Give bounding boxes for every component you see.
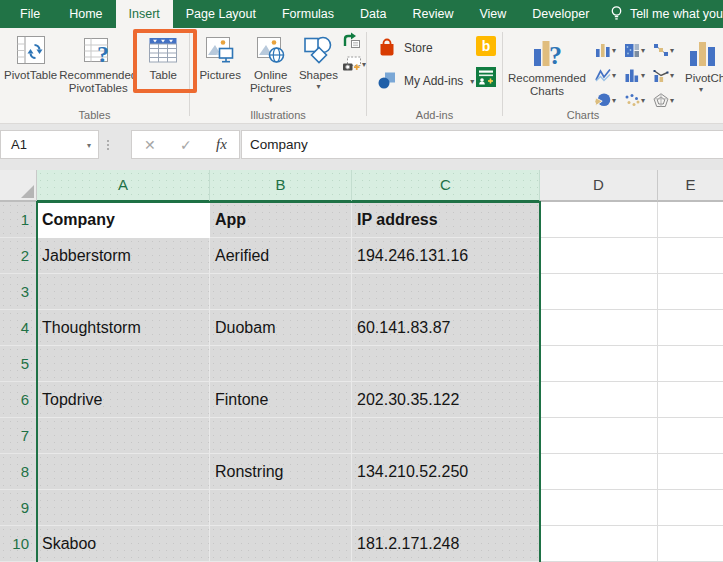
tab-data[interactable]: Data xyxy=(347,0,399,28)
cell-D4[interactable] xyxy=(540,310,658,346)
row-header-6[interactable]: 6 xyxy=(0,382,37,418)
insert-column-chart-button[interactable]: ▾ xyxy=(595,38,624,62)
cell-D10[interactable] xyxy=(540,526,658,562)
pivottable-button[interactable]: PivotTable xyxy=(2,28,59,82)
select-all-button[interactable] xyxy=(0,170,37,202)
tab-page-layout[interactable]: Page Layout xyxy=(173,0,269,28)
tab-developer[interactable]: Developer xyxy=(519,0,602,28)
cell-A4[interactable]: Thoughtstorm xyxy=(37,310,210,346)
cell-B9[interactable] xyxy=(210,490,352,526)
recommended-charts-button[interactable]: ? Recommended Charts xyxy=(505,31,589,98)
cell-E5[interactable] xyxy=(658,346,723,382)
cell-C5[interactable] xyxy=(352,346,540,382)
tab-home[interactable]: Home xyxy=(56,0,115,28)
my-addins-button[interactable]: My Add-ins ▾ xyxy=(377,69,474,93)
cell-B5[interactable] xyxy=(210,346,352,382)
name-box[interactable]: A1 ▾ xyxy=(0,130,99,159)
tell-me-box[interactable]: Tell me what you xyxy=(605,0,723,28)
pivotchart-button[interactable]: PivotChart ▾ xyxy=(685,31,723,94)
cell-E9[interactable] xyxy=(658,490,723,526)
cell-E8[interactable] xyxy=(658,454,723,490)
tab-view[interactable]: View xyxy=(466,0,519,28)
cell-E1[interactable] xyxy=(658,202,723,238)
tab-formulas[interactable]: Formulas xyxy=(269,0,347,28)
cell-D9[interactable] xyxy=(540,490,658,526)
row-header-4[interactable]: 4 xyxy=(0,310,37,346)
column-header-D[interactable]: D xyxy=(540,170,658,202)
insert-waterfall-chart-button[interactable]: ▾ xyxy=(653,38,682,62)
cell-C8[interactable]: 134.210.52.250 xyxy=(352,454,540,490)
cancel-icon[interactable]: ✕ xyxy=(144,137,156,153)
cell-B6[interactable]: Fintone xyxy=(210,382,352,418)
cell-C7[interactable] xyxy=(352,418,540,454)
row-header-8[interactable]: 8 xyxy=(0,454,37,490)
cell-E7[interactable] xyxy=(658,418,723,454)
cell-C9[interactable] xyxy=(352,490,540,526)
cell-B3[interactable] xyxy=(210,274,352,310)
cell-E2[interactable] xyxy=(658,238,723,274)
row-header-2[interactable]: 2 xyxy=(0,238,37,274)
tab-insert[interactable]: Insert xyxy=(116,0,173,28)
cell-A3[interactable] xyxy=(37,274,210,310)
formula-input[interactable]: Company xyxy=(241,130,723,159)
column-header-C[interactable]: C xyxy=(352,170,540,202)
cell-A8[interactable] xyxy=(37,454,210,490)
row-header-9[interactable]: 9 xyxy=(0,490,37,526)
cell-C3[interactable] xyxy=(352,274,540,310)
formula-bar-drag-handle[interactable] xyxy=(104,132,112,158)
cell-D1[interactable] xyxy=(540,202,658,238)
cell-D3[interactable] xyxy=(540,274,658,310)
row-header-10[interactable]: 10 xyxy=(0,526,37,562)
cell-D6[interactable] xyxy=(540,382,658,418)
row-header-3[interactable]: 3 xyxy=(0,274,37,310)
cell-D5[interactable] xyxy=(540,346,658,382)
cell-A5[interactable] xyxy=(37,346,210,382)
insert-hierarchy-chart-button[interactable]: ▾ xyxy=(624,38,653,62)
row-header-7[interactable]: 7 xyxy=(0,418,37,454)
office-addins-button[interactable] xyxy=(476,67,496,87)
column-header-E[interactable]: E xyxy=(658,170,723,202)
row-header-5[interactable]: 5 xyxy=(0,346,37,382)
insert-function-icon[interactable]: fx xyxy=(216,136,227,153)
cell-A9[interactable] xyxy=(37,490,210,526)
cell-E6[interactable] xyxy=(658,382,723,418)
column-header-B[interactable]: B xyxy=(210,170,352,202)
chevron-down-icon[interactable]: ▾ xyxy=(87,132,91,159)
row-header-1[interactable]: 1 xyxy=(0,202,37,238)
cell-B7[interactable] xyxy=(210,418,352,454)
cell-B10[interactable] xyxy=(210,526,352,562)
cell-D2[interactable] xyxy=(540,238,658,274)
cell-B2[interactable]: Aerified xyxy=(210,238,352,274)
cell-C6[interactable]: 202.30.35.122 xyxy=(352,382,540,418)
tab-review[interactable]: Review xyxy=(399,0,466,28)
cell-A2[interactable]: Jabberstorm xyxy=(37,238,210,274)
cell-D7[interactable] xyxy=(540,418,658,454)
bing-maps-addin-button[interactable]: b xyxy=(476,36,496,56)
cell-A7[interactable] xyxy=(37,418,210,454)
cell-B4[interactable]: Duobam xyxy=(210,310,352,346)
enter-icon[interactable]: ✓ xyxy=(180,137,192,153)
cell-E4[interactable] xyxy=(658,310,723,346)
table-button[interactable]: Table xyxy=(137,28,189,82)
tab-file[interactable]: File xyxy=(4,0,56,28)
cell-E10[interactable] xyxy=(658,526,723,562)
screenshot-button[interactable]: ▾ xyxy=(342,56,366,72)
insert-line-chart-button[interactable]: ▾ xyxy=(595,63,624,87)
cell-C1[interactable]: IP address xyxy=(352,202,540,238)
cell-C10[interactable]: 181.2.171.248 xyxy=(352,526,540,562)
smartart-button[interactable] xyxy=(342,32,366,52)
shapes-button[interactable]: Shapes ▾ xyxy=(297,28,340,91)
cell-B1[interactable]: App xyxy=(210,202,352,238)
cell-A10[interactable]: Skaboo xyxy=(37,526,210,562)
column-header-A[interactable]: A xyxy=(37,170,210,202)
cell-A6[interactable]: Topdrive xyxy=(37,382,210,418)
cell-C4[interactable]: 60.141.83.87 xyxy=(352,310,540,346)
cell-A1[interactable]: Company xyxy=(37,202,210,238)
store-button[interactable]: Store xyxy=(377,36,474,60)
cell-B8[interactable]: Ronstring xyxy=(210,454,352,490)
insert-combo-chart-button[interactable]: ▾ xyxy=(653,63,682,87)
insert-statistic-chart-button[interactable]: ▾ xyxy=(624,63,653,87)
cell-E3[interactable] xyxy=(658,274,723,310)
cell-C2[interactable]: 194.246.131.16 xyxy=(352,238,540,274)
recommended-pivottables-button[interactable]: ? Recommended PivotTables xyxy=(61,28,135,95)
